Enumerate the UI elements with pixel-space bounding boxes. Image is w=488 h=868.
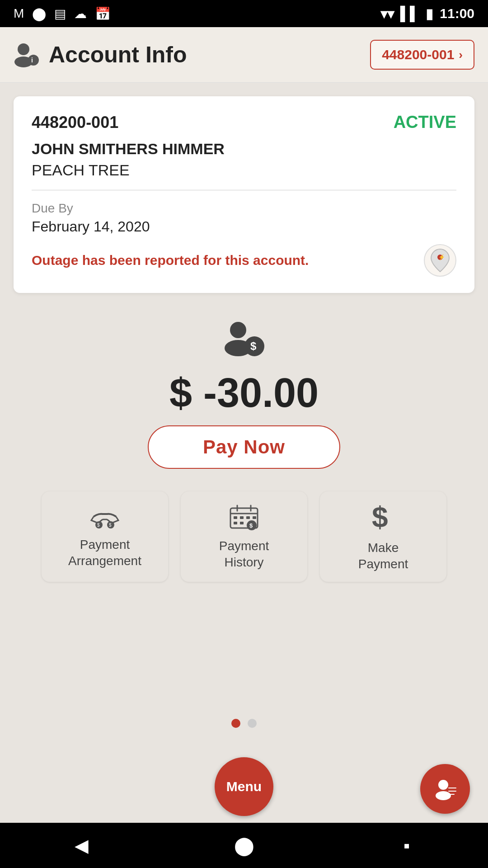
signal-icon: ▌▌ <box>400 6 420 21</box>
make-payment-button[interactable]: $ MakePayment <box>320 491 446 582</box>
page-title: Account Info <box>49 42 187 68</box>
svg-text:$: $ <box>250 340 257 352</box>
spacer <box>14 600 474 696</box>
pay-now-button[interactable]: Pay Now <box>148 425 340 469</box>
svg-text:i: i <box>31 57 33 64</box>
handshake-icon: $ $ <box>89 504 121 529</box>
menu-button[interactable]: Menu <box>215 757 273 816</box>
account-location: PEACH TREE <box>32 161 456 190</box>
make-payment-label: MakePayment <box>358 540 408 573</box>
bottom-bar: Menu <box>0 750 488 823</box>
svg-rect-30 <box>448 791 456 792</box>
account-badge-number: 448200-001 <box>382 47 454 62</box>
payment-arrangement-label: PaymentArrangement <box>68 537 141 570</box>
page-dot-2[interactable] <box>248 719 257 728</box>
account-card-header: 448200-001 ACTIVE <box>32 113 456 132</box>
account-number: 448200-001 <box>32 113 118 132</box>
home-button[interactable]: ⬤ <box>226 827 262 863</box>
action-buttons: $ $ PaymentArrangement <box>14 487 474 586</box>
header-left: i Account Info <box>14 41 187 68</box>
svg-point-27 <box>438 780 448 790</box>
svg-text:$: $ <box>372 501 388 533</box>
chevron-right-icon: › <box>459 48 463 62</box>
due-label: Due By <box>32 201 456 216</box>
svg-point-28 <box>436 791 451 800</box>
svg-text:$: $ <box>97 523 100 528</box>
outage-row: Outage has been reported for this accoun… <box>32 244 456 277</box>
calendar-icon: 📅 <box>95 6 111 21</box>
sim-icon: ▤ <box>54 6 66 21</box>
balance-amount: $ -30.00 <box>169 370 319 416</box>
svg-text:⚡: ⚡ <box>438 254 445 260</box>
menu-button-label: Menu <box>226 779 262 794</box>
status-icons: M ⬤ ▤ ☁ 📅 <box>14 6 111 21</box>
payment-history-button[interactable]: $ PaymentHistory <box>181 491 307 582</box>
svg-point-6 <box>230 322 246 338</box>
account-info-icon: i <box>14 41 41 68</box>
time-display: 11:00 <box>440 6 474 21</box>
outage-map-button[interactable]: ⚡ <box>424 244 456 277</box>
svg-rect-21 <box>253 516 256 519</box>
svg-point-2 <box>28 55 39 66</box>
status-bar: M ⬤ ▤ ☁ 📅 ▾▾ ▌▌ ▮ 11:00 <box>0 0 488 27</box>
balance-icon: $ <box>219 320 269 361</box>
payment-arrangement-button[interactable]: $ $ PaymentArrangement <box>42 491 168 582</box>
back-button[interactable]: ◀ <box>63 827 99 863</box>
account-selector[interactable]: 448200-001 › <box>370 40 474 70</box>
header: i Account Info 448200-001 › <box>0 27 488 83</box>
due-date: February 14, 2020 <box>32 218 456 235</box>
page-indicators <box>14 710 474 737</box>
cloud-icon: ☁ <box>74 6 87 21</box>
svg-point-0 <box>18 43 29 55</box>
dollar-icon: $ <box>370 501 397 533</box>
status-right: ▾▾ ▌▌ ▮ 11:00 <box>380 6 474 22</box>
svg-text:$: $ <box>109 523 112 528</box>
contact-fab-button[interactable] <box>420 764 470 814</box>
calendar-dollar-icon: $ <box>228 503 260 531</box>
payment-history-label: PaymentHistory <box>219 538 269 571</box>
nav-bar: ◀ ⬤ ▪ <box>0 823 488 868</box>
svg-rect-19 <box>240 516 244 519</box>
account-status: ACTIVE <box>394 113 456 132</box>
gmail-icon: M <box>14 6 24 21</box>
account-holder-name: JOHN SMITHERS HIMMER <box>32 140 456 158</box>
recents-button[interactable]: ▪ <box>389 827 425 863</box>
svg-text:$: $ <box>249 522 253 529</box>
svg-rect-22 <box>234 522 237 524</box>
outage-message: Outage has been reported for this accoun… <box>32 253 424 268</box>
svg-rect-18 <box>234 516 237 519</box>
svg-rect-31 <box>448 794 455 795</box>
svg-rect-29 <box>448 788 456 788</box>
svg-rect-20 <box>246 516 250 519</box>
svg-rect-23 <box>240 522 244 524</box>
balance-section: $ $ -30.00 Pay Now <box>14 307 474 473</box>
page-dot-1[interactable] <box>231 719 240 728</box>
main-content: 448200-001 ACTIVE JOHN SMITHERS HIMMER P… <box>0 83 488 750</box>
battery-icon: ▮ <box>426 6 433 22</box>
wifi-icon: ▾▾ <box>380 6 394 22</box>
account-card: 448200-001 ACTIVE JOHN SMITHERS HIMMER P… <box>14 96 474 293</box>
circle-icon: ⬤ <box>32 6 46 21</box>
